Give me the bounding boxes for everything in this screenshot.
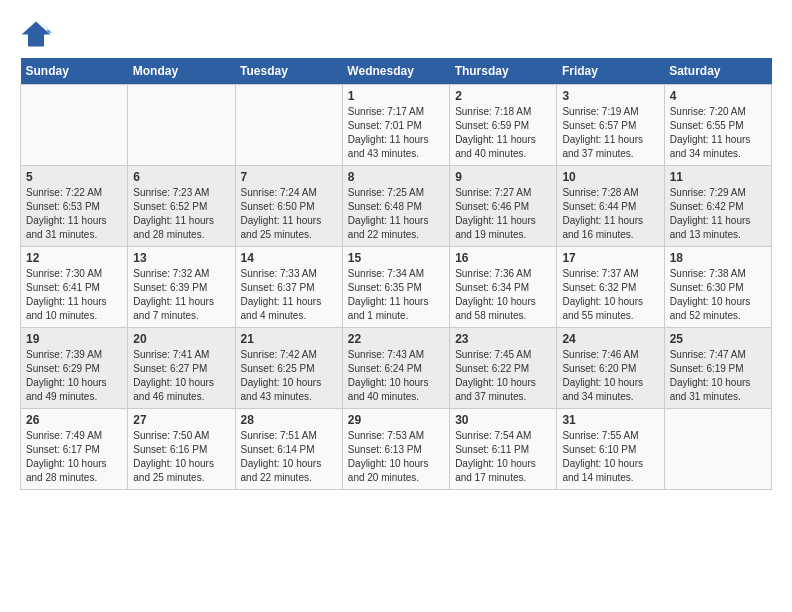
- calendar-cell: 19Sunrise: 7:39 AM Sunset: 6:29 PM Dayli…: [21, 328, 128, 409]
- day-number: 1: [348, 89, 444, 103]
- day-number: 26: [26, 413, 122, 427]
- day-info: Sunrise: 7:43 AM Sunset: 6:24 PM Dayligh…: [348, 348, 444, 404]
- calendar-cell: 27Sunrise: 7:50 AM Sunset: 6:16 PM Dayli…: [128, 409, 235, 490]
- day-info: Sunrise: 7:41 AM Sunset: 6:27 PM Dayligh…: [133, 348, 229, 404]
- day-number: 13: [133, 251, 229, 265]
- day-number: 27: [133, 413, 229, 427]
- day-number: 9: [455, 170, 551, 184]
- day-info: Sunrise: 7:39 AM Sunset: 6:29 PM Dayligh…: [26, 348, 122, 404]
- calendar-cell: 17Sunrise: 7:37 AM Sunset: 6:32 PM Dayli…: [557, 247, 664, 328]
- day-number: 24: [562, 332, 658, 346]
- calendar-cell: [664, 409, 771, 490]
- day-number: 21: [241, 332, 337, 346]
- day-number: 7: [241, 170, 337, 184]
- day-info: Sunrise: 7:22 AM Sunset: 6:53 PM Dayligh…: [26, 186, 122, 242]
- calendar-cell: [235, 85, 342, 166]
- calendar-cell: 29Sunrise: 7:53 AM Sunset: 6:13 PM Dayli…: [342, 409, 449, 490]
- day-info: Sunrise: 7:33 AM Sunset: 6:37 PM Dayligh…: [241, 267, 337, 323]
- day-info: Sunrise: 7:55 AM Sunset: 6:10 PM Dayligh…: [562, 429, 658, 485]
- day-info: Sunrise: 7:32 AM Sunset: 6:39 PM Dayligh…: [133, 267, 229, 323]
- logo: [20, 20, 56, 48]
- day-info: Sunrise: 7:18 AM Sunset: 6:59 PM Dayligh…: [455, 105, 551, 161]
- calendar-cell: 1Sunrise: 7:17 AM Sunset: 7:01 PM Daylig…: [342, 85, 449, 166]
- day-number: 2: [455, 89, 551, 103]
- calendar-week-3: 12Sunrise: 7:30 AM Sunset: 6:41 PM Dayli…: [21, 247, 772, 328]
- calendar-cell: 12Sunrise: 7:30 AM Sunset: 6:41 PM Dayli…: [21, 247, 128, 328]
- day-info: Sunrise: 7:24 AM Sunset: 6:50 PM Dayligh…: [241, 186, 337, 242]
- calendar-week-4: 19Sunrise: 7:39 AM Sunset: 6:29 PM Dayli…: [21, 328, 772, 409]
- day-info: Sunrise: 7:34 AM Sunset: 6:35 PM Dayligh…: [348, 267, 444, 323]
- calendar-cell: 7Sunrise: 7:24 AM Sunset: 6:50 PM Daylig…: [235, 166, 342, 247]
- day-info: Sunrise: 7:49 AM Sunset: 6:17 PM Dayligh…: [26, 429, 122, 485]
- logo-icon: [20, 20, 52, 48]
- calendar-table: SundayMondayTuesdayWednesdayThursdayFrid…: [20, 58, 772, 490]
- day-info: Sunrise: 7:51 AM Sunset: 6:14 PM Dayligh…: [241, 429, 337, 485]
- calendar-cell: 3Sunrise: 7:19 AM Sunset: 6:57 PM Daylig…: [557, 85, 664, 166]
- calendar-cell: 11Sunrise: 7:29 AM Sunset: 6:42 PM Dayli…: [664, 166, 771, 247]
- calendar-week-5: 26Sunrise: 7:49 AM Sunset: 6:17 PM Dayli…: [21, 409, 772, 490]
- calendar-week-2: 5Sunrise: 7:22 AM Sunset: 6:53 PM Daylig…: [21, 166, 772, 247]
- calendar-cell: 28Sunrise: 7:51 AM Sunset: 6:14 PM Dayli…: [235, 409, 342, 490]
- weekday-header-tuesday: Tuesday: [235, 58, 342, 85]
- day-info: Sunrise: 7:29 AM Sunset: 6:42 PM Dayligh…: [670, 186, 766, 242]
- calendar-cell: 24Sunrise: 7:46 AM Sunset: 6:20 PM Dayli…: [557, 328, 664, 409]
- day-info: Sunrise: 7:46 AM Sunset: 6:20 PM Dayligh…: [562, 348, 658, 404]
- day-number: 10: [562, 170, 658, 184]
- day-number: 11: [670, 170, 766, 184]
- weekday-header-sunday: Sunday: [21, 58, 128, 85]
- day-info: Sunrise: 7:27 AM Sunset: 6:46 PM Dayligh…: [455, 186, 551, 242]
- day-info: Sunrise: 7:25 AM Sunset: 6:48 PM Dayligh…: [348, 186, 444, 242]
- day-number: 20: [133, 332, 229, 346]
- calendar-cell: [128, 85, 235, 166]
- day-number: 28: [241, 413, 337, 427]
- calendar-cell: 22Sunrise: 7:43 AM Sunset: 6:24 PM Dayli…: [342, 328, 449, 409]
- calendar-cell: 31Sunrise: 7:55 AM Sunset: 6:10 PM Dayli…: [557, 409, 664, 490]
- day-info: Sunrise: 7:17 AM Sunset: 7:01 PM Dayligh…: [348, 105, 444, 161]
- day-number: 3: [562, 89, 658, 103]
- day-number: 31: [562, 413, 658, 427]
- calendar-cell: 2Sunrise: 7:18 AM Sunset: 6:59 PM Daylig…: [450, 85, 557, 166]
- day-number: 14: [241, 251, 337, 265]
- day-info: Sunrise: 7:53 AM Sunset: 6:13 PM Dayligh…: [348, 429, 444, 485]
- day-number: 6: [133, 170, 229, 184]
- calendar-cell: 25Sunrise: 7:47 AM Sunset: 6:19 PM Dayli…: [664, 328, 771, 409]
- calendar-cell: 21Sunrise: 7:42 AM Sunset: 6:25 PM Dayli…: [235, 328, 342, 409]
- calendar-cell: 10Sunrise: 7:28 AM Sunset: 6:44 PM Dayli…: [557, 166, 664, 247]
- day-info: Sunrise: 7:19 AM Sunset: 6:57 PM Dayligh…: [562, 105, 658, 161]
- day-number: 22: [348, 332, 444, 346]
- calendar-cell: [21, 85, 128, 166]
- day-number: 23: [455, 332, 551, 346]
- day-info: Sunrise: 7:28 AM Sunset: 6:44 PM Dayligh…: [562, 186, 658, 242]
- day-info: Sunrise: 7:38 AM Sunset: 6:30 PM Dayligh…: [670, 267, 766, 323]
- day-info: Sunrise: 7:54 AM Sunset: 6:11 PM Dayligh…: [455, 429, 551, 485]
- day-number: 12: [26, 251, 122, 265]
- calendar-cell: 16Sunrise: 7:36 AM Sunset: 6:34 PM Dayli…: [450, 247, 557, 328]
- calendar-cell: 6Sunrise: 7:23 AM Sunset: 6:52 PM Daylig…: [128, 166, 235, 247]
- calendar-cell: 20Sunrise: 7:41 AM Sunset: 6:27 PM Dayli…: [128, 328, 235, 409]
- day-info: Sunrise: 7:37 AM Sunset: 6:32 PM Dayligh…: [562, 267, 658, 323]
- calendar-cell: 15Sunrise: 7:34 AM Sunset: 6:35 PM Dayli…: [342, 247, 449, 328]
- day-info: Sunrise: 7:36 AM Sunset: 6:34 PM Dayligh…: [455, 267, 551, 323]
- day-number: 30: [455, 413, 551, 427]
- day-number: 19: [26, 332, 122, 346]
- calendar-cell: 5Sunrise: 7:22 AM Sunset: 6:53 PM Daylig…: [21, 166, 128, 247]
- day-number: 18: [670, 251, 766, 265]
- weekday-header-thursday: Thursday: [450, 58, 557, 85]
- weekday-header-row: SundayMondayTuesdayWednesdayThursdayFrid…: [21, 58, 772, 85]
- calendar-cell: 14Sunrise: 7:33 AM Sunset: 6:37 PM Dayli…: [235, 247, 342, 328]
- calendar-cell: 13Sunrise: 7:32 AM Sunset: 6:39 PM Dayli…: [128, 247, 235, 328]
- day-info: Sunrise: 7:45 AM Sunset: 6:22 PM Dayligh…: [455, 348, 551, 404]
- svg-marker-0: [22, 22, 51, 47]
- weekday-header-friday: Friday: [557, 58, 664, 85]
- calendar-cell: 30Sunrise: 7:54 AM Sunset: 6:11 PM Dayli…: [450, 409, 557, 490]
- day-info: Sunrise: 7:20 AM Sunset: 6:55 PM Dayligh…: [670, 105, 766, 161]
- day-info: Sunrise: 7:50 AM Sunset: 6:16 PM Dayligh…: [133, 429, 229, 485]
- day-info: Sunrise: 7:42 AM Sunset: 6:25 PM Dayligh…: [241, 348, 337, 404]
- day-number: 5: [26, 170, 122, 184]
- day-number: 29: [348, 413, 444, 427]
- day-number: 17: [562, 251, 658, 265]
- calendar-cell: 26Sunrise: 7:49 AM Sunset: 6:17 PM Dayli…: [21, 409, 128, 490]
- day-number: 8: [348, 170, 444, 184]
- calendar-cell: 23Sunrise: 7:45 AM Sunset: 6:22 PM Dayli…: [450, 328, 557, 409]
- calendar-week-1: 1Sunrise: 7:17 AM Sunset: 7:01 PM Daylig…: [21, 85, 772, 166]
